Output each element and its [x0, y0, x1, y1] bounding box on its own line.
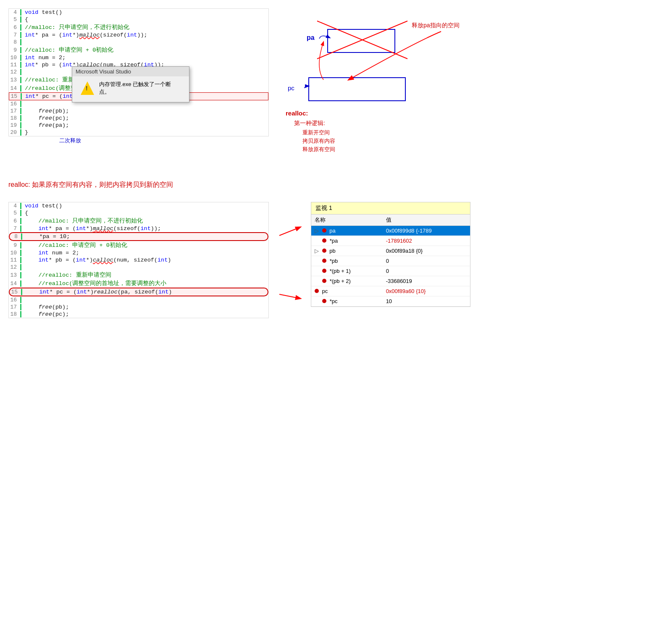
watch-cell-star-pc-value: 10 [383, 296, 470, 306]
expand-icon: ▷ [315, 228, 319, 234]
watch-cell-pc-value: 0x00f89a60 {10} [383, 286, 470, 296]
bottom-code-line-7: 7 int* pa = (int*)malloc(sizeof(int)); [9, 225, 268, 232]
watch-row-pb1[interactable]: *(pb + 1) 0 [311, 266, 470, 276]
watch-cell-pc-name: pc [311, 286, 383, 296]
connector-arrows [277, 202, 302, 328]
svg-text:拷贝原有内容: 拷贝原有内容 [302, 138, 335, 144]
svg-text:重新开空间: 重新开空间 [302, 129, 330, 136]
watch-panel-title: 监视 1 [311, 202, 470, 215]
svg-text:pc: pc [288, 84, 294, 92]
code-line-8: 8 [9, 39, 268, 46]
svg-text:释放pa指向的空间: 释放pa指向的空间 [412, 22, 460, 29]
bottom-code-line-5: 5 { [9, 209, 268, 217]
middle-annotation: realloc: 如果原有空间有内容，则把内容拷贝到新的空间 [8, 176, 662, 194]
dot-icon-pb [322, 249, 326, 253]
expand-icon-pb: ▷ [315, 248, 319, 254]
watch-cell-pb-name: ▷ pb [311, 246, 383, 256]
watch-cell-pb2-value: -33686019 [383, 276, 470, 286]
dot-icon-pc [315, 289, 319, 293]
code-line-7: 7 int* pa = (int*)malloc(sizeof(int)); [9, 31, 268, 39]
watch-col-value: 值 [383, 215, 470, 226]
main-container: 4 void test() 5 { 6 //malloc: 只申请空间，不进行初… [8, 8, 662, 328]
watch-row-star-pa[interactable]: *pa -17891602 [311, 236, 470, 246]
watch-cell-star-pb-value: 0 [383, 256, 470, 266]
watch-cell-star-pa-value: -17891602 [383, 236, 470, 246]
bottom-code-line-12: 12 [9, 264, 268, 271]
watch-cell-pb-value: 0x00f89a18 {0} [383, 246, 470, 256]
arrows-container [277, 202, 302, 328]
bottom-code-line-15: 15 int* pc = (int*)realloc(pa, sizeof(in… [9, 288, 268, 296]
code-line-17: 17 free(pb); [9, 107, 268, 115]
watch-panel: 监视 1 名称 值 ▷ pa 0x [311, 202, 470, 307]
bottom-code-line-10: 10 int num = 2; [9, 249, 268, 257]
watch-row-pb[interactable]: ▷ pb 0x00f89a18 {0} [311, 246, 470, 256]
watch-cell-pa-expand: ▷ pa [311, 226, 383, 236]
watch-col-name: 名称 [311, 215, 383, 226]
top-section: 4 void test() 5 { 6 //malloc: 只申请空间，不进行初… [8, 8, 662, 168]
watch-cell-star-pa-name: *pa [311, 236, 383, 246]
svg-text:释放原有空间: 释放原有空间 [302, 146, 335, 152]
svg-text:pa: pa [307, 34, 315, 41]
dot-icon-star-pb [322, 259, 326, 263]
bottom-code-line-14: 14 //realloc(调整空间的首地址，需要调整的大小 [9, 279, 268, 288]
bottom-code-line-9: 9 //calloc: 申请空间 + 0初始化 [9, 241, 268, 249]
code-line-20: 20 } [9, 129, 268, 136]
bottom-code-line-13: 13 //realloc: 重新申请空间 [9, 271, 268, 279]
code-line-10: 10 int num = 2; [9, 54, 268, 61]
watch-cell-star-pc-name: *pc [311, 296, 383, 306]
svg-rect-5 [309, 78, 405, 101]
code-line-9: 9 //calloc: 申请空间 + 0初始化 [9, 46, 268, 54]
watch-cell-pa-value: 0x00f899d8 {-1789 [383, 226, 470, 236]
svg-text:第一种逻辑:: 第一种逻辑: [294, 120, 325, 126]
double-free-label: 二次释放 [59, 137, 81, 144]
dot-icon-pb1 [322, 269, 326, 273]
watch-cell-pb2-name: *(pb + 2) [311, 276, 383, 286]
watch-row-star-pb[interactable]: *pb 0 [311, 256, 470, 266]
watch-cell-pb1-value: 0 [383, 266, 470, 276]
watch-row-star-pc[interactable]: *pc 10 [311, 296, 470, 306]
watch-cell-star-pb-name: *pb [311, 256, 383, 266]
dialog-message: 内存管理.exe 已触发了一个断点。 [99, 81, 181, 96]
code-line-6: 6 //malloc: 只申请空间，不进行初始化 [9, 23, 268, 31]
diagram-area: pa pc 释放pa指向的空间 [281, 8, 491, 168]
bottom-section: 4 void test() 5 { 6 //malloc: 只申请空间，不进行初… [8, 202, 662, 328]
code-line-19: 19 free(pa); [9, 122, 268, 129]
dot-icon-star-pc [322, 299, 326, 303]
bottom-code-line-8: 8 *pa = 10; [9, 232, 268, 241]
dialog-title: Microsoft Visual Studio [72, 67, 189, 76]
diagram-svg: pa pc 释放pa指向的空间 [281, 8, 491, 168]
bottom-code-line-16: 16 [9, 296, 268, 304]
watch-table: 名称 值 ▷ pa 0x00f899d8 {-1789 [311, 215, 470, 306]
bottom-code-panel: 4 void test() 5 { 6 //malloc: 只申请空间，不进行初… [8, 202, 269, 318]
code-line-4: 4 void test() [9, 9, 268, 16]
warning-icon: ! [81, 81, 94, 95]
bottom-code-line-6: 6 //malloc: 只申请空间，不进行初始化 [9, 217, 268, 225]
bottom-code-line-11: 11 int* pb = (int*)calloc(num, sizeof(in… [9, 257, 268, 264]
bottom-code-line-4: 4 void test() [9, 202, 268, 209]
svg-text:realloc:: realloc: [286, 110, 308, 117]
code-line-18: 18 free(pc); [9, 115, 268, 122]
dialog-box: Microsoft Visual Studio ! 内存管理.exe 已触发了一… [72, 66, 189, 102]
dot-icon-pb2 [322, 279, 326, 283]
watch-row-pb2[interactable]: *(pb + 2) -33686019 [311, 276, 470, 286]
bottom-code-line-17: 17 free(pb); [9, 304, 268, 311]
watch-row-pa[interactable]: ▷ pa 0x00f899d8 {-1789 [311, 226, 470, 236]
code-line-5: 5 { [9, 16, 268, 23]
dot-icon-pa [322, 228, 326, 233]
watch-row-pc[interactable]: pc 0x00f89a60 {10} [311, 286, 470, 296]
realloc-description: realloc: 如果原有空间有内容，则把内容拷贝到新的空间 [8, 181, 173, 188]
bottom-code-line-18: 18 free(pc); [9, 311, 268, 318]
top-code-panel: 4 void test() 5 { 6 //malloc: 只申请空间，不进行初… [8, 8, 269, 136]
watch-cell-pb1-name: *(pb + 1) [311, 266, 383, 276]
dot-icon-star-pa [322, 238, 326, 243]
dialog-content: ! 内存管理.exe 已触发了一个断点。 [81, 81, 181, 96]
